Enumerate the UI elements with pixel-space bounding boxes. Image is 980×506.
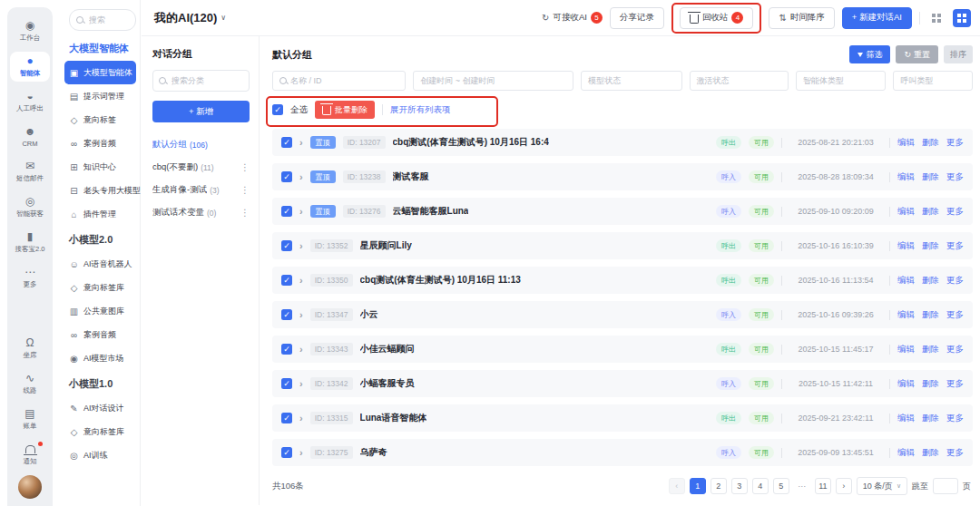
more-link[interactable]: 更多 [946,378,964,390]
sidebar-item-intent[interactable]: ▥ 公共意图库 [64,299,136,323]
filter-input[interactable]: 智能体类型 [796,71,886,91]
pages-ellipsis[interactable]: ··· [794,478,810,494]
rail-item-lead-gen[interactable]: ◎ 智能获客 [10,192,50,222]
row-checkbox[interactable]: ✓ [281,137,292,148]
row-expand-icon[interactable]: › [299,413,303,423]
row-checkbox[interactable]: ✓ [281,413,292,423]
edit-link[interactable]: 编辑 [897,378,915,390]
sidebar-item-tag[interactable]: ◇ 意向标签库 [64,420,136,443]
more-link[interactable]: 更多 [946,447,964,459]
page-size-select[interactable]: 10 条/页∨ [857,477,907,495]
share-records-button[interactable]: 分享记录 [610,7,664,29]
page-button-11[interactable]: 11 [815,478,831,494]
time-sort-button[interactable]: ⇅ 时间降序 [769,7,834,29]
delete-link[interactable]: 删除 [922,344,939,355]
edit-link[interactable]: 编辑 [897,309,915,321]
group-more-icon[interactable]: ⋮ [240,208,250,218]
sidebar-item-market[interactable]: ◉ AI模型市场 [64,346,136,370]
page-button-2[interactable]: 2 [710,478,727,494]
row-expand-icon[interactable]: › [299,275,303,286]
page-button-3[interactable]: 3 [731,478,748,494]
sidebar-item-model[interactable]: ⊟ 老头专用大模型 [64,179,136,202]
page-button-5[interactable]: 5 [773,478,789,494]
row-checkbox[interactable]: ✓ [281,171,292,182]
create-ai-button[interactable]: + 新建对话AI [842,7,912,29]
row-expand-icon[interactable]: › [299,206,303,217]
row-expand-icon[interactable]: › [299,240,303,251]
filter-input[interactable]: 创建时间 ~ 创建时间 [413,71,573,91]
batch-delete-button[interactable]: 批量删除 [315,101,375,119]
delete-link[interactable]: 删除 [922,206,939,218]
more-link[interactable]: 更多 [946,206,964,218]
row-checkbox[interactable]: ✓ [281,309,292,320]
sidebar-item-design[interactable]: ✎ AI对话设计 [64,396,136,420]
sidebar-item-prompt[interactable]: ▤ 提示词管理 [64,84,136,108]
delete-link[interactable]: 删除 [922,240,939,252]
delete-link[interactable]: 删除 [922,413,939,424]
group-more-icon[interactable]: ⋮ [240,162,250,172]
row-checkbox[interactable]: ✓ [281,240,292,251]
group-search[interactable] [152,70,250,92]
more-link[interactable]: 更多 [946,344,964,355]
filter-button[interactable]: 筛选 [849,45,890,63]
row-expand-icon[interactable]: › [299,447,303,458]
group-list-item[interactable]: 默认分组 (106) [152,133,250,156]
sidebar-item-train[interactable]: ◎ AI训练 [64,443,136,467]
add-group-button[interactable]: + 新增 [152,101,250,122]
edit-link[interactable]: 编辑 [897,413,915,424]
sidebar-item-audio[interactable]: ∞ 案例音频 [64,323,136,346]
more-link[interactable]: 更多 [946,309,964,321]
more-link[interactable]: 更多 [946,171,964,183]
row-checkbox[interactable]: ✓ [281,206,292,217]
recycle-bin-button[interactable]: 回收站 4 [680,7,754,29]
rail-item-seat[interactable]: Ω 坐席 [10,334,50,364]
delete-link[interactable]: 删除 [922,171,939,183]
filter-input[interactable]: 模型状态 [581,71,681,91]
rail-item-sms-mail[interactable]: ✉ 短信邮件 [10,157,50,187]
edit-link[interactable]: 编辑 [897,344,915,355]
rail-item-agent[interactable]: ● 智能体 [10,52,50,82]
edit-link[interactable]: 编辑 [897,275,915,287]
delete-link[interactable]: 删除 [922,378,939,390]
rail-item-jiekebao[interactable]: ▮ 接客宝2.0 [10,228,50,258]
page-title[interactable]: 我的AI(120) [154,10,217,26]
rail-item-manual-call[interactable]: ◒ 人工呼出 [10,87,50,117]
card-view-toggle-icon[interactable] [927,9,946,27]
expand-all-link[interactable]: 展开所有列表项 [390,104,451,116]
edit-link[interactable]: 编辑 [897,240,915,252]
rail-item-more[interactable]: ⋯ 更多 [10,263,50,293]
rail-item-workbench[interactable]: ◉ 工作台 [10,16,50,46]
rail-item-notification[interactable]: 通知 [10,440,50,470]
delete-link[interactable]: 删除 [922,137,939,149]
sidebar-item-robot[interactable]: ☺ AI语音机器人 [64,252,136,276]
sidebar-item-chat[interactable]: ▣ 大模型智能体 [64,61,136,84]
sidebar-item-tag[interactable]: ◇ 意向标签库 [64,276,136,299]
row-expand-icon[interactable]: › [299,309,303,320]
sidebar-search-input[interactable] [87,15,129,25]
filter-input[interactable]: 呼叫类型 [893,71,973,91]
row-expand-icon[interactable]: › [299,378,303,389]
sidebar-item-audio[interactable]: ∞ 案例音频 [64,131,136,155]
row-expand-icon[interactable]: › [299,344,303,355]
edit-link[interactable]: 编辑 [897,447,915,459]
more-link[interactable]: 更多 [946,275,964,287]
group-list-item[interactable]: cbq(不要删) (11) ⋮ [152,156,250,179]
rail-item-crm[interactable]: ☻ CRM [10,122,50,151]
user-avatar[interactable] [18,475,42,499]
next-page-button[interactable]: › [836,478,852,494]
more-link[interactable]: 更多 [946,413,964,424]
delete-link[interactable]: 删除 [922,447,939,459]
row-checkbox[interactable]: ✓ [281,378,292,389]
filter-input[interactable]: 激活状态 [690,71,789,91]
more-link[interactable]: 更多 [946,137,964,149]
reset-button[interactable]: ↻ 重置 [896,45,938,63]
group-more-icon[interactable]: ⋮ [240,185,250,195]
rail-item-bill[interactable]: ▤ 账单 [10,404,50,434]
row-checkbox[interactable]: ✓ [281,275,292,286]
delete-link[interactable]: 删除 [922,275,939,287]
row-expand-icon[interactable]: › [299,171,303,182]
filter-input[interactable]: 名称 / ID [272,71,406,91]
sidebar-search[interactable] [69,9,136,31]
row-expand-icon[interactable]: › [299,137,303,148]
group-list-item[interactable]: 生成肖像-测试 (3) ⋮ [152,179,250,201]
